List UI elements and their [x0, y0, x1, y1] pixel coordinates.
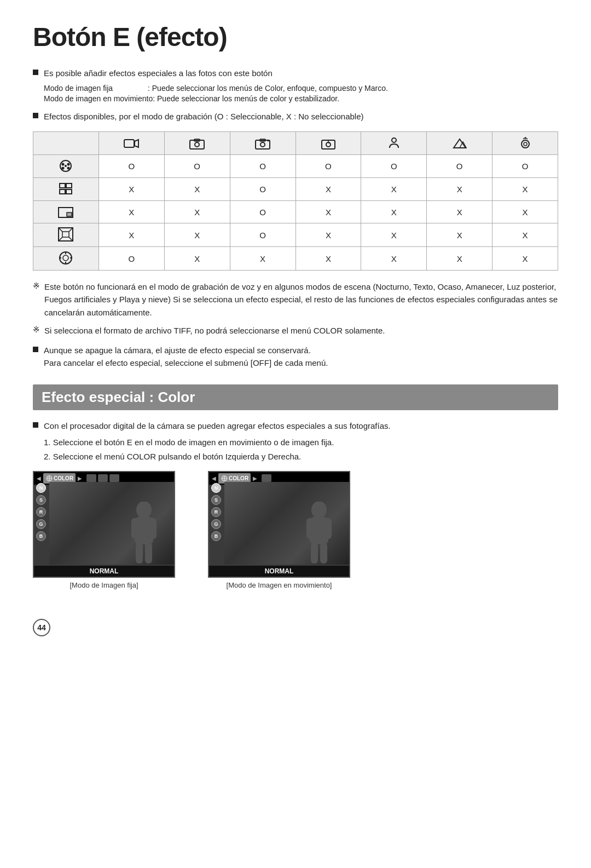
col-header-2 — [164, 132, 230, 155]
svg-point-21 — [67, 163, 70, 166]
cell-5-6: X — [427, 247, 493, 271]
color-bullet-1: 1. Seleccione el botón E en el modo de i… — [44, 436, 558, 449]
note-text-2: Si selecciona el formato de archivo TIFF… — [44, 324, 385, 337]
cell-2-2: X — [164, 178, 230, 201]
sidebar-dot-b: B — [36, 531, 46, 541]
cell-2-3: O — [230, 178, 296, 201]
effects-bullet-item: Efectos disponibles, por el modo de grab… — [33, 111, 558, 123]
svg-point-13 — [392, 138, 396, 142]
conserve-line1: Aunque se apague la cámara, el ajuste de… — [44, 344, 328, 357]
svg-point-34 — [63, 255, 68, 261]
table-header-empty — [33, 132, 99, 155]
sidebar-dot-g2: G — [211, 519, 221, 529]
sidebar-dot-s: S — [36, 495, 46, 505]
svg-rect-26 — [66, 183, 72, 188]
timer-icon — [320, 136, 337, 151]
cell-2-4: X — [296, 178, 361, 201]
note-text-1: Este botón no funcionará en el modo de g… — [44, 280, 558, 319]
color-bullet-0: Con el procesador digital de la cámara s… — [44, 420, 391, 433]
svg-point-16 — [522, 140, 529, 148]
cell-5-2: X — [164, 247, 230, 271]
col-header-5 — [361, 132, 427, 155]
sidebar-dot-n2: N — [211, 483, 221, 493]
col-header-4 — [296, 132, 361, 155]
mountain-icon — [451, 136, 468, 151]
burst-cam-icon: + — [254, 136, 271, 151]
cell-5-4: X — [296, 247, 361, 271]
table-row: X X O X X X X — [33, 178, 558, 201]
section-heading-color: Efecto especial : Color — [33, 384, 558, 410]
cell-1-6: O — [427, 155, 493, 178]
svg-rect-47 — [306, 518, 314, 539]
col-header-1 — [99, 132, 164, 155]
color-bullets-block: Con el procesador digital de la cámara s… — [33, 420, 558, 463]
mode-rows: Modo de imagen fija : Puede seleccionar … — [44, 84, 558, 103]
svg-text:+: + — [267, 139, 269, 143]
svg-point-45 — [311, 502, 327, 519]
cell-4-6: X — [427, 223, 493, 247]
sidebar-dot-n: N — [36, 483, 46, 493]
svg-point-23 — [67, 167, 70, 170]
macro-icon — [517, 135, 534, 151]
mode-fija-label: Modo de imagen fija — [44, 84, 148, 93]
svg-rect-49 — [311, 543, 318, 564]
sidebar-dot-s2: S — [211, 495, 221, 505]
compat-table: + — [33, 131, 558, 271]
svg-rect-41 — [131, 518, 138, 539]
svg-rect-27 — [60, 189, 65, 194]
svg-rect-0 — [124, 140, 134, 147]
svg-rect-50 — [320, 543, 327, 564]
svg-rect-28 — [66, 189, 72, 194]
cell-4-5: X — [361, 223, 427, 247]
col-header-3: + — [230, 132, 296, 155]
cell-1-3: O — [230, 155, 296, 178]
sidebar-dot-r: R — [36, 507, 46, 517]
svg-rect-48 — [325, 518, 332, 539]
preview-col-fixed: ◀ ⊕ COLOR ▶ NOR — [33, 471, 175, 589]
mode-movimiento-label: Modo de imagen en movimiento — [44, 94, 153, 103]
svg-point-17 — [524, 142, 527, 146]
cell-1-5: O — [361, 155, 427, 178]
table-row: X X O X X X X — [33, 223, 558, 247]
svg-point-39 — [136, 502, 152, 519]
preview-image-moving — [224, 482, 349, 565]
row-icon-1 — [33, 155, 99, 178]
cell-5-3: X — [230, 247, 296, 271]
cell-3-6: X — [427, 201, 493, 223]
sidebar-dot-b2: B — [211, 531, 221, 541]
svg-point-22 — [62, 167, 65, 170]
conserve-line2: Para cancelar el efecto especial, selecc… — [44, 357, 328, 370]
cell-4-2: X — [164, 223, 230, 247]
sidebar-dot-g: G — [36, 519, 46, 529]
row-icon-2 — [33, 178, 99, 201]
cell-1-2: O — [164, 155, 230, 178]
svg-point-24 — [65, 165, 67, 167]
preview-sidebar-fixed: N S R G B — [36, 483, 46, 541]
effects-bullet-text: Efectos disponibles, por el modo de grab… — [44, 111, 364, 123]
note-sym-2: ※ — [33, 325, 40, 335]
video-cam-icon — [123, 136, 140, 151]
cell-2-6: X — [427, 178, 493, 201]
note-2: ※ Si selecciona el formato de archivo TI… — [33, 324, 558, 337]
note-1: ※ Este botón no funcionará en el modo de… — [33, 280, 558, 319]
row-icon-5 — [33, 247, 99, 271]
svg-rect-30 — [67, 212, 72, 216]
cell-3-5: X — [361, 201, 427, 223]
table-row: O X X X X X X — [33, 247, 558, 271]
cell-5-1: O — [99, 247, 164, 271]
cell-3-4: X — [296, 201, 361, 223]
bullet-icon-3 — [33, 347, 38, 352]
cell-4-3: O — [230, 223, 296, 247]
svg-point-10 — [326, 142, 331, 147]
preview-sidebar-moving: N S R G B — [211, 483, 221, 541]
cell-3-1: X — [99, 201, 164, 223]
conserve-bullet: Aunque se apague la cámara, el ajuste de… — [33, 344, 558, 369]
preview-row: ◀ ⊕ COLOR ▶ NOR — [33, 471, 558, 589]
preview-image-fixed — [49, 482, 174, 565]
bullet-icon — [33, 70, 38, 75]
preview-caption-fixed: [Modo de Imagen fija] — [69, 581, 138, 589]
preview-normal-bar-moving: NORMAL — [209, 566, 349, 577]
page-number: 44 — [33, 619, 50, 636]
cell-4-4: X — [296, 223, 361, 247]
svg-point-6 — [260, 142, 265, 147]
